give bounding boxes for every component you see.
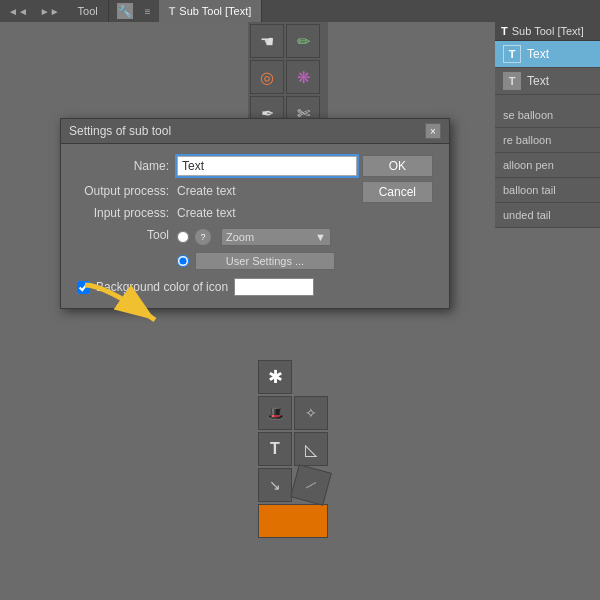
subtool-label-text2: Text: [527, 74, 549, 88]
dialog-titlebar: Settings of sub tool ×: [61, 119, 449, 144]
radio-zoom-option: ? Zoom ▼: [177, 228, 335, 246]
dialog-buttons: OK Cancel: [362, 155, 433, 203]
subtool-title: Sub Tool [Text]: [512, 25, 584, 37]
divider: ≡: [145, 6, 151, 17]
name-input[interactable]: [177, 156, 357, 176]
background-color-row: Background color of icon: [77, 278, 433, 296]
tool-row: Tool ? Zoom ▼ User Sett: [77, 228, 433, 270]
subtool-label-re-balloon[interactable]: re balloon: [495, 128, 600, 153]
arrow-icon-btn[interactable]: ↘: [258, 468, 292, 502]
background-color-label: Background color of icon: [96, 280, 228, 294]
tab-subtool-text[interactable]: T Sub Tool [Text]: [159, 0, 263, 22]
tool-options: ? Zoom ▼ User Settings ...: [177, 228, 335, 270]
scroll-left-icon[interactable]: ◄◄: [4, 6, 32, 17]
tool-row-label: Tool: [77, 228, 177, 242]
input-process-label: Input process:: [77, 206, 177, 220]
circle-tool-icon[interactable]: ◎: [250, 60, 284, 94]
ok-button[interactable]: OK: [362, 155, 433, 177]
subtool-label-text: Text: [527, 47, 549, 61]
zoom-tool-icon: ?: [195, 229, 211, 245]
text-icon-active: T: [503, 45, 521, 63]
tool-icon-panel: ☚ ✏ ◎ ❋ ✒ ✄: [248, 22, 328, 132]
subtool-item-text-inactive[interactable]: T Text: [495, 68, 600, 95]
color-swatch[interactable]: [234, 278, 314, 296]
name-label: Name:: [77, 159, 177, 173]
output-process-value: Create text: [177, 184, 236, 198]
user-settings-button[interactable]: User Settings ...: [195, 252, 335, 270]
subtool-right-labels: se balloon re balloon alloon pen balloon…: [495, 103, 600, 228]
subtool-T-icon: T: [501, 25, 508, 37]
orange-swatch-btn[interactable]: [258, 504, 328, 538]
radio-usersettings[interactable]: [177, 255, 189, 267]
dialog-title: Settings of sub tool: [69, 124, 171, 138]
star-icon-btn[interactable]: ✱: [258, 360, 292, 394]
pen-tool-icon[interactable]: ✏: [286, 24, 320, 58]
subtool-label-balloon-pen[interactable]: alloon pen: [495, 153, 600, 178]
dialog-close-button[interactable]: ×: [425, 123, 441, 139]
output-process-label: Output process:: [77, 184, 177, 198]
slash-icon-btn[interactable]: ⟋: [290, 464, 332, 506]
settings-dialog: Settings of sub tool × Name: Output proc…: [60, 118, 450, 309]
tool-icon: 🔧: [117, 3, 133, 19]
triangle-icon-btn[interactable]: ◺: [294, 432, 328, 466]
subtool-item-text-active[interactable]: T Text: [495, 41, 600, 68]
hand-tool-icon[interactable]: ☚: [250, 24, 284, 58]
scroll-right-icon[interactable]: ►►: [36, 6, 64, 17]
input-process-row: Input process: Create text: [77, 206, 433, 220]
radio-usersettings-option: User Settings ...: [177, 252, 335, 270]
subtool-label-balloon-tail[interactable]: balloon tail: [495, 178, 600, 203]
subtool-label-se-balloon[interactable]: se balloon: [495, 103, 600, 128]
input-process-value: Create text: [177, 206, 236, 220]
radio-zoom[interactable]: [177, 231, 189, 243]
cancel-button[interactable]: Cancel: [362, 181, 433, 203]
subtool-header: T Sub Tool [Text]: [495, 22, 600, 41]
text-icon-inactive: T: [503, 72, 521, 90]
bottom-icon-grid: ✱ 🎩 ✧ T ◺ ↘ ⟋: [258, 360, 338, 538]
text-icon-btn[interactable]: T: [258, 432, 292, 466]
background-color-checkbox[interactable]: [77, 281, 90, 294]
sparkle-icon-btn[interactable]: ✧: [294, 396, 328, 430]
star-tool-icon[interactable]: ❋: [286, 60, 320, 94]
subtool-icon: T: [169, 5, 176, 17]
tab-tool[interactable]: Tool: [68, 0, 109, 22]
subtool-panel: T Sub Tool [Text] T Text T Text se ballo…: [495, 22, 600, 228]
subtool-label-rounded-tail[interactable]: unded tail: [495, 203, 600, 228]
hat-icon-btn[interactable]: 🎩: [258, 396, 292, 430]
zoom-dropdown[interactable]: Zoom ▼: [221, 228, 331, 246]
top-toolbar: ◄◄ ►► Tool 🔧 ≡ T Sub Tool [Text]: [0, 0, 600, 22]
